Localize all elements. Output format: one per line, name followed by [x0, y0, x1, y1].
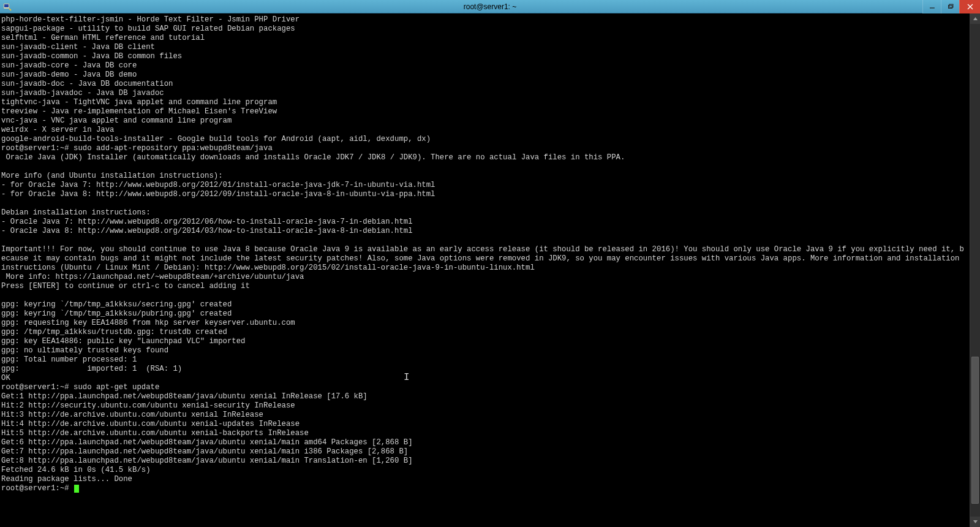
terminal-line: Hit:2 http://security.ubuntu.com/ubuntu … [1, 401, 968, 411]
svg-marker-9 [973, 520, 978, 523]
terminal-line: gpg: key EEA14886: public key "Launchpad… [1, 337, 968, 346]
terminal-line: selfhtml - German HTML reference and tut… [1, 34, 968, 43]
terminal-line: php-horde-text-filter-jsmin - Horde Text… [1, 15, 968, 25]
scrollbar-vertical[interactable] [970, 13, 980, 527]
terminal-line: sun-javadb-core - Java DB core [1, 61, 968, 70]
scrollbar-thumb[interactable] [971, 357, 979, 504]
terminal-line: gpg: /tmp/tmp_a1kkksu/trustdb.gpg: trust… [1, 328, 968, 337]
terminal-line: Important!!! For now, you should continu… [1, 245, 968, 273]
terminal-line: More info: https://launchpad.net/~webupd… [1, 273, 968, 282]
terminal-line: sapgui-package - utility to build SAP GU… [1, 25, 968, 34]
minimize-button[interactable] [922, 0, 941, 13]
terminal-line: Oracle Java (JDK) Installer (automatical… [1, 153, 968, 162]
terminal-line: Hit:3 http://de.archive.ubuntu.com/ubunt… [1, 411, 968, 420]
terminal-line: Hit:4 http://de.archive.ubuntu.com/ubunt… [1, 420, 968, 429]
terminal-line: Get:8 http://ppa.launchpad.net/webupd8te… [1, 457, 968, 466]
terminal-line: weirdx - X server in Java [1, 126, 968, 135]
svg-marker-8 [973, 17, 978, 20]
close-button[interactable] [959, 0, 980, 13]
window-title: root@server1: ~ [464, 2, 517, 11]
terminal-line: - Oracle Java 7: http://www.webupd8.org/… [1, 218, 968, 227]
svg-rect-4 [948, 6, 952, 9]
terminal-line: gpg: Total number processed: 1 [1, 355, 968, 365]
window-titlebar: root@server1: ~ [0, 0, 980, 13]
terminal-line [1, 236, 968, 245]
terminal-line: sun-javadb-doc - Java DB documentation [1, 80, 968, 89]
terminal-line: sun-javadb-client - Java DB client [1, 43, 968, 52]
terminal-line: Fetched 24.6 kB in 0s (41.5 kB/s) [1, 466, 968, 475]
shell-prompt: root@server1:~# [1, 484, 74, 493]
terminal-line: - for Oracle Java 8: http://www.webupd8.… [1, 190, 968, 199]
terminal-line: tightvnc-java - TightVNC java applet and… [1, 98, 968, 107]
terminal-container: php-horde-text-filter-jsmin - Horde Text… [0, 13, 980, 527]
terminal-line: google-android-build-tools-installer - G… [1, 135, 968, 144]
terminal-line: gpg: no ultimately trusted keys found [1, 346, 968, 355]
scroll-down-button[interactable] [970, 517, 980, 527]
terminal-line: gpg: imported: 1 (RSA: 1) [1, 365, 968, 374]
terminal-line [1, 162, 968, 172]
terminal-prompt-line[interactable]: root@server1:~# [1, 484, 968, 493]
terminal-line: gpg: requesting key EEA14886 from hkp se… [1, 319, 968, 328]
window-controls [922, 0, 980, 13]
terminal-line [1, 291, 968, 300]
terminal-line: sun-javadb-common - Java DB common files [1, 52, 968, 61]
terminal-line: root@server1:~# sudo apt-get update [1, 383, 968, 392]
putty-icon [2, 2, 12, 12]
svg-rect-5 [949, 4, 953, 7]
terminal-line: gpg: keyring `/tmp/tmp_a1kkksu/pubring.g… [1, 309, 968, 319]
terminal-line: - Oracle Java 8: http://www.webupd8.org/… [1, 227, 968, 236]
terminal-line: Get:7 http://ppa.launchpad.net/webupd8te… [1, 447, 968, 457]
terminal-line: Get:6 http://ppa.launchpad.net/webupd8te… [1, 438, 968, 447]
terminal-line: root@server1:~# sudo add-apt-repository … [1, 144, 968, 153]
terminal-line: - for Oracle Java 7: http://www.webupd8.… [1, 181, 968, 190]
terminal-line: vnc-java - VNC java applet and command l… [1, 116, 968, 126]
terminal-output[interactable]: php-horde-text-filter-jsmin - Horde Text… [0, 13, 970, 527]
terminal-line: sun-javadb-demo - Java DB demo [1, 70, 968, 80]
terminal-line: Press [ENTER] to continue or ctrl-c to c… [1, 282, 968, 291]
maximize-button[interactable] [941, 0, 959, 13]
terminal-line: Reading package lists... Done [1, 475, 968, 484]
block-cursor [74, 485, 79, 493]
svg-line-2 [9, 9, 11, 10]
terminal-line [1, 199, 968, 208]
terminal-line: treeview - Java re-implementation of Mic… [1, 107, 968, 116]
terminal-line: More info (and Ubuntu installation instr… [1, 172, 968, 181]
terminal-line: sun-javadb-javadoc - Java DB javadoc [1, 89, 968, 98]
terminal-line: OK [1, 374, 968, 383]
terminal-line: Get:1 http://ppa.launchpad.net/webupd8te… [1, 392, 968, 401]
terminal-line: gpg: keyring `/tmp/tmp_a1kkksu/secring.g… [1, 300, 968, 309]
svg-rect-1 [4, 4, 9, 7]
terminal-line: Hit:5 http://de.archive.ubuntu.com/ubunt… [1, 429, 968, 438]
scroll-up-button[interactable] [970, 13, 980, 24]
terminal-line: Debian installation instructions: [1, 208, 968, 218]
